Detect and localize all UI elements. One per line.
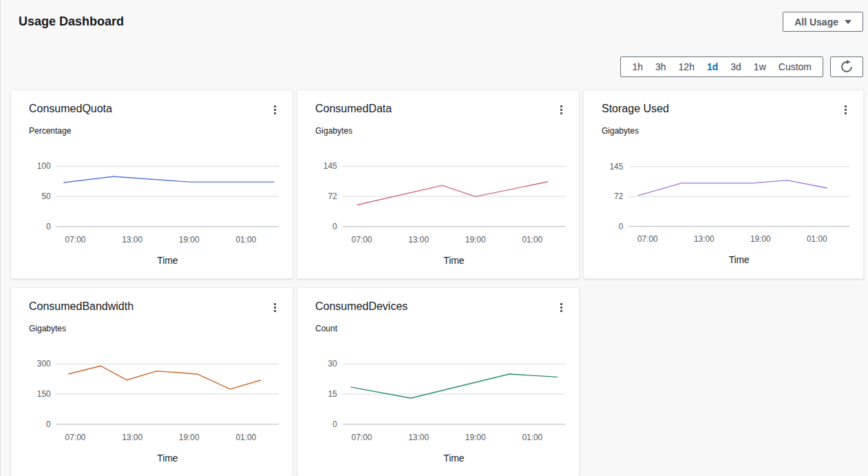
svg-text:72: 72 <box>328 192 337 201</box>
time-range-12h[interactable]: 12h <box>673 57 701 76</box>
svg-text:0: 0 <box>619 222 624 231</box>
all-usage-dropdown-label: All Usage <box>794 17 838 28</box>
time-range-1d[interactable]: 1d <box>701 57 724 76</box>
chart-title: ConsumedBandwidth <box>29 300 134 313</box>
svg-text:07:00: 07:00 <box>65 235 86 245</box>
svg-text:100: 100 <box>37 161 51 171</box>
kebab-menu-icon[interactable] <box>840 103 851 117</box>
line-chart-storage-used: 14572007:0013:0019:0001:00Time <box>584 152 863 273</box>
svg-text:13:00: 13:00 <box>694 234 714 244</box>
svg-text:13:00: 13:00 <box>122 433 142 442</box>
kebab-menu-icon[interactable] <box>270 103 280 117</box>
svg-text:15: 15 <box>328 389 337 399</box>
chart-card-consumed-devices: ConsumedDevices Count 3015007:0013:0019:… <box>297 287 580 476</box>
svg-text:72: 72 <box>614 192 623 201</box>
chart-title: ConsumedData <box>315 103 392 115</box>
svg-text:Time: Time <box>157 453 178 464</box>
chart-card-consumed-data: ConsumedData Gigabytes 14572007:0013:001… <box>297 90 580 279</box>
chart-title: Storage Used <box>602 103 669 115</box>
svg-text:01:00: 01:00 <box>522 433 542 442</box>
refresh-button[interactable] <box>830 56 863 77</box>
svg-text:Time: Time <box>443 255 465 266</box>
svg-text:Time: Time <box>729 254 750 265</box>
svg-text:19:00: 19:00 <box>179 433 200 442</box>
chart-unit-label: Gigabytes <box>315 126 352 136</box>
kebab-menu-icon[interactable] <box>556 300 567 315</box>
svg-text:300: 300 <box>37 359 51 369</box>
svg-text:50: 50 <box>41 192 51 201</box>
chart-card-consumed-quota: ConsumedQuota Percentage 10050007:0013:0… <box>10 90 293 279</box>
svg-text:Time: Time <box>443 453 465 464</box>
kebab-menu-icon[interactable] <box>270 300 280 315</box>
refresh-icon <box>839 59 854 74</box>
svg-text:13:00: 13:00 <box>408 235 429 245</box>
svg-text:30: 30 <box>328 359 337 369</box>
caret-down-icon <box>845 20 851 24</box>
svg-text:01:00: 01:00 <box>522 235 542 245</box>
svg-text:07:00: 07:00 <box>352 235 372 245</box>
svg-text:0: 0 <box>332 222 337 231</box>
svg-text:19:00: 19:00 <box>465 235 486 245</box>
chart-card-consumed-bandwidth: ConsumedBandwidth Gigabytes 300150007:00… <box>10 287 293 476</box>
time-range-3d[interactable]: 3d <box>724 57 748 76</box>
chart-title: ConsumedDevices <box>315 300 407 313</box>
time-range-1w[interactable]: 1w <box>748 57 772 76</box>
line-chart-consumed-data: 14572007:0013:0019:0001:00Time <box>297 152 579 273</box>
chart-unit-label: Gigabytes <box>602 126 639 136</box>
all-usage-dropdown[interactable]: All Usage <box>783 12 863 32</box>
svg-text:01:00: 01:00 <box>235 433 256 442</box>
svg-text:Time: Time <box>157 255 178 266</box>
svg-text:150: 150 <box>37 389 51 399</box>
svg-text:145: 145 <box>610 162 624 172</box>
svg-text:19:00: 19:00 <box>179 235 200 245</box>
time-range-1h[interactable]: 1h <box>626 57 649 76</box>
svg-text:145: 145 <box>324 161 337 171</box>
svg-text:01:00: 01:00 <box>807 234 827 244</box>
page-title: Usage Dashboard <box>19 14 124 29</box>
line-chart-consumed-bandwidth: 300150007:0013:0019:0001:00Time <box>11 350 293 470</box>
svg-text:01:00: 01:00 <box>235 235 256 245</box>
svg-text:07:00: 07:00 <box>352 433 372 442</box>
line-chart-consumed-devices: 3015007:0013:0019:0001:00Time <box>297 350 579 470</box>
kebab-menu-icon[interactable] <box>556 103 567 117</box>
svg-text:0: 0 <box>46 222 51 231</box>
time-range-selector: 1h 3h 12h 1d 3d 1w Custom <box>620 56 823 77</box>
chart-unit-label: Percentage <box>29 126 71 136</box>
svg-text:07:00: 07:00 <box>637 234 658 244</box>
svg-text:19:00: 19:00 <box>750 234 771 244</box>
chart-unit-label: Gigabytes <box>29 324 66 333</box>
line-chart-consumed-quota: 10050007:0013:0019:0001:00Time <box>11 152 293 273</box>
chart-unit-label: Count <box>315 324 337 333</box>
usage-dashboard-page: Usage Dashboard All Usage 1h 3h 12h 1d 3… <box>1 0 868 476</box>
svg-text:0: 0 <box>46 420 51 429</box>
chart-title: ConsumedQuota <box>29 103 112 115</box>
svg-text:13:00: 13:00 <box>122 235 142 245</box>
charts-grid: ConsumedQuota Percentage 10050007:0013:0… <box>10 90 864 476</box>
chart-card-storage-used: Storage Used Gigabytes 14572007:0013:001… <box>583 90 864 279</box>
svg-text:13:00: 13:00 <box>408 433 429 442</box>
svg-text:07:00: 07:00 <box>65 433 86 442</box>
svg-text:0: 0 <box>332 420 337 429</box>
time-range-custom[interactable]: Custom <box>772 57 818 76</box>
svg-text:19:00: 19:00 <box>465 433 486 442</box>
time-range-3h[interactable]: 3h <box>649 57 673 76</box>
